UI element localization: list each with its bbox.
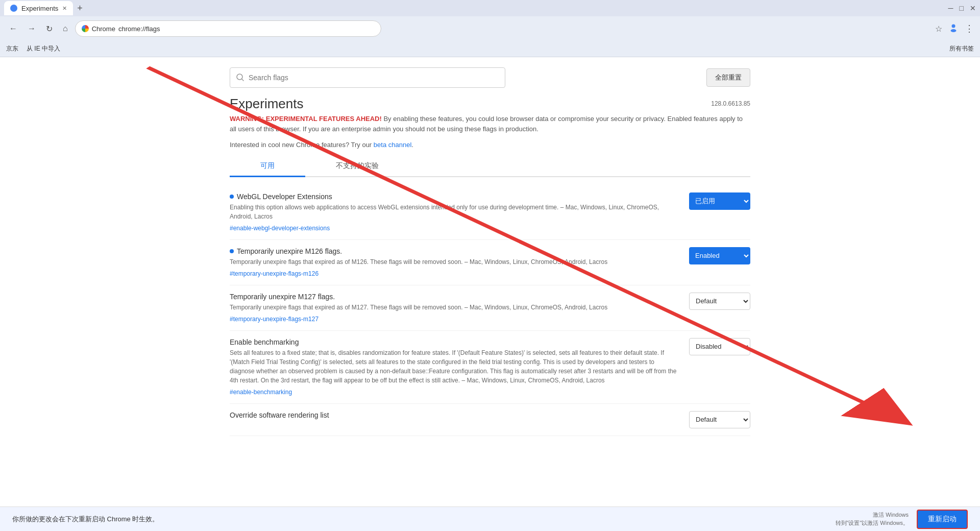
close-button[interactable]: ✕ — [970, 4, 976, 12]
new-tab-button[interactable]: + — [75, 3, 85, 14]
search-box[interactable] — [230, 67, 505, 88]
search-icon — [236, 74, 244, 82]
bookmarks-bar: 京东 从 IE 中导入 所有书签 — [0, 41, 980, 57]
profile-icon[interactable] — [948, 22, 959, 35]
experiments-header: Experiments 128.0.6613.85 — [230, 96, 750, 112]
flag-title: Enable benchmarking — [230, 338, 679, 346]
beta-after: . — [411, 141, 413, 149]
content-area: 全部重置 Experiments 128.0.6613.85 WARNING: … — [209, 57, 771, 531]
bottom-right: 激活 Windows 转到"设置"以激活 Windows。 重新启动 — [836, 510, 968, 529]
activate-windows-text: 激活 Windows 转到"设置"以激活 Windows。 — [836, 511, 909, 527]
flag-left: Temporarily unexpire M126 flags. Tempora… — [230, 247, 689, 278]
flag-select-benchmarking[interactable]: Disabled Default Enabled — [689, 338, 750, 355]
tabs-row: 可用 不支持的实验 — [230, 156, 750, 177]
chrome-favicon — [82, 25, 89, 32]
flag-title-text: Override software rendering list — [230, 411, 329, 419]
reset-all-button[interactable]: 全部重置 — [706, 68, 750, 87]
flag-select-webgl[interactable]: 已启用 Default Enabled Disabled — [689, 192, 750, 210]
url-text: chrome://flags — [118, 25, 160, 33]
flag-select-m127[interactable]: Default Enabled Disabled — [689, 293, 750, 310]
flag-link[interactable]: #temporary-unexpire-flags-m127 — [230, 316, 318, 323]
flag-select-m126[interactable]: Enabled Default Disabled — [689, 247, 750, 264]
flag-title-text: Enable benchmarking — [230, 338, 299, 346]
tab-close-icon[interactable]: ✕ — [62, 5, 67, 12]
flag-title-text: Temporarily unexpire M126 flags. — [237, 247, 342, 255]
minimize-button[interactable]: ─ — [948, 4, 953, 12]
all-bookmarks[interactable]: 所有书签 — [949, 44, 974, 53]
flag-title: Temporarily unexpire M126 flags. — [230, 247, 679, 255]
reload-button[interactable]: ↻ — [43, 22, 56, 36]
bottom-bar: 你所做的更改会在下次重新启动 Chrome 时生效。 激活 Windows 转到… — [0, 506, 980, 531]
flag-desc: Enabling this option allows web applicat… — [230, 203, 679, 221]
search-area: 全部重置 — [230, 57, 750, 96]
page-title: Experiments — [230, 96, 304, 112]
address-bar[interactable]: Chrome chrome://flags — [75, 20, 381, 37]
bookmark-star-icon[interactable]: ☆ — [935, 24, 942, 34]
beta-text: Interested in cool new Chrome features? … — [230, 140, 750, 150]
title-bar: Experiments ✕ + ─ □ ✕ — [0, 0, 980, 16]
tab-available[interactable]: 可用 — [230, 156, 305, 177]
bookmark-jd[interactable]: 京东 — [6, 44, 18, 53]
search-input[interactable] — [249, 74, 499, 82]
tab-label: Experiments — [21, 5, 58, 12]
flag-left: Enable benchmarking Sets all features to… — [230, 338, 689, 396]
svg-point-2 — [951, 29, 957, 32]
svg-point-1 — [952, 25, 955, 28]
home-button[interactable]: ⌂ — [60, 22, 71, 35]
flag-title: WebGL Developer Extensions — [230, 192, 679, 201]
flag-item: Temporarily unexpire M126 flags. Tempora… — [230, 240, 750, 285]
flag-active-dot — [230, 195, 234, 199]
main-content: 全部重置 Experiments 128.0.6613.85 WARNING: … — [0, 57, 980, 531]
restart-button[interactable]: 重新启动 — [917, 510, 968, 529]
svg-line-4 — [242, 79, 244, 81]
flag-title-text: WebGL Developer Extensions — [237, 192, 332, 201]
back-button[interactable]: ← — [6, 22, 20, 35]
flag-item: Enable benchmarking Sets all features to… — [230, 331, 750, 404]
warning-text: WARNING: EXPERIMENTAL FEATURES AHEAD! By… — [230, 114, 750, 134]
flag-active-dot — [230, 249, 234, 253]
flag-left: Temporarily unexpire M127 flags. Tempora… — [230, 293, 689, 323]
browser-tab[interactable]: Experiments ✕ — [4, 1, 73, 15]
flag-title: Override software rendering list — [230, 411, 679, 419]
flag-title: Temporarily unexpire M127 flags. — [230, 293, 679, 301]
warning-prefix: WARNING: EXPERIMENTAL FEATURES AHEAD! — [230, 115, 382, 123]
tab-favicon — [10, 5, 17, 12]
flag-item: WebGL Developer Extensions Enabling this… — [230, 185, 750, 240]
title-bar-left: Experiments ✕ + — [4, 1, 85, 15]
forward-button[interactable]: → — [24, 22, 39, 35]
flag-desc: Temporarily unexpire flags that expired … — [230, 257, 679, 267]
restart-notice: 你所做的更改会在下次重新启动 Chrome 时生效。 — [12, 515, 159, 524]
flag-title-text: Temporarily unexpire M127 flags. — [230, 293, 335, 301]
flag-select-software[interactable]: Default Enabled Disabled — [689, 411, 750, 428]
flag-link[interactable]: #enable-benchmarking — [230, 389, 292, 396]
flag-link[interactable]: #temporary-unexpire-flags-m126 — [230, 270, 318, 277]
flag-desc: Sets all features to a fixed state; that… — [230, 348, 679, 385]
nav-right: ☆ ⋮ — [935, 22, 974, 35]
flag-left: Override software rendering list — [230, 411, 689, 421]
bookmark-ie-import[interactable]: 从 IE 中导入 — [27, 44, 60, 53]
beta-intro: Interested in cool new Chrome features? … — [230, 141, 374, 149]
nav-bar: ← → ↻ ⌂ Chrome chrome://flags ☆ ⋮ — [0, 16, 980, 41]
maximize-button[interactable]: □ — [960, 4, 964, 12]
flag-item: Override software rendering list Default… — [230, 404, 750, 436]
svg-point-3 — [237, 74, 242, 80]
flag-link[interactable]: #enable-webgl-developer-extensions — [230, 225, 330, 232]
version-text: 128.0.6613.85 — [711, 96, 750, 107]
flag-left: WebGL Developer Extensions Enabling this… — [230, 192, 689, 232]
chrome-label: Chrome — [92, 25, 115, 33]
beta-channel-link[interactable]: beta channel — [374, 141, 411, 149]
title-bar-controls: ─ □ ✕ — [948, 4, 976, 12]
tab-unsupported[interactable]: 不支持的实验 — [305, 156, 409, 176]
menu-icon[interactable]: ⋮ — [965, 23, 974, 34]
flag-item: Temporarily unexpire M127 flags. Tempora… — [230, 285, 750, 331]
flag-desc: Temporarily unexpire flags that expired … — [230, 303, 679, 312]
